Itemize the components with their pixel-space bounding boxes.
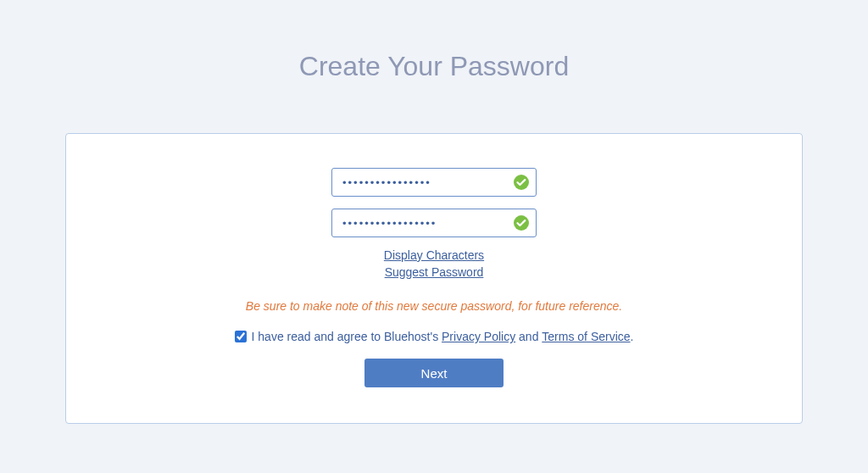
agree-checkbox[interactable]: [235, 331, 247, 342]
checkmark-circle-icon: [513, 214, 530, 231]
confirm-password-row: [331, 209, 537, 237]
agree-suffix: .: [631, 330, 634, 343]
suggest-password-link[interactable]: Suggest Password: [385, 264, 484, 281]
page-title: Create Your Password: [299, 51, 569, 82]
helper-links: Display Characters Suggest Password: [384, 248, 484, 281]
agreement-row: I have read and agree to Bluehost's Priv…: [235, 330, 634, 343]
password-card: Display Characters Suggest Password Be s…: [65, 133, 803, 424]
password-row: [331, 168, 537, 197]
agree-middle: and: [515, 330, 542, 343]
checkmark-circle-icon: [513, 174, 530, 191]
display-characters-link[interactable]: Display Characters: [384, 248, 484, 264]
agree-text: I have read and agree to Bluehost's Priv…: [252, 330, 634, 343]
next-button[interactable]: Next: [364, 359, 504, 387]
agree-prefix: I have read and agree to Bluehost's: [252, 330, 442, 343]
terms-of-service-link[interactable]: Terms of Service: [542, 330, 630, 343]
hint-text: Be sure to make note of this new secure …: [246, 299, 622, 313]
privacy-policy-link[interactable]: Privacy Policy: [442, 330, 515, 343]
password-input[interactable]: [331, 168, 537, 197]
confirm-password-input[interactable]: [331, 209, 537, 237]
